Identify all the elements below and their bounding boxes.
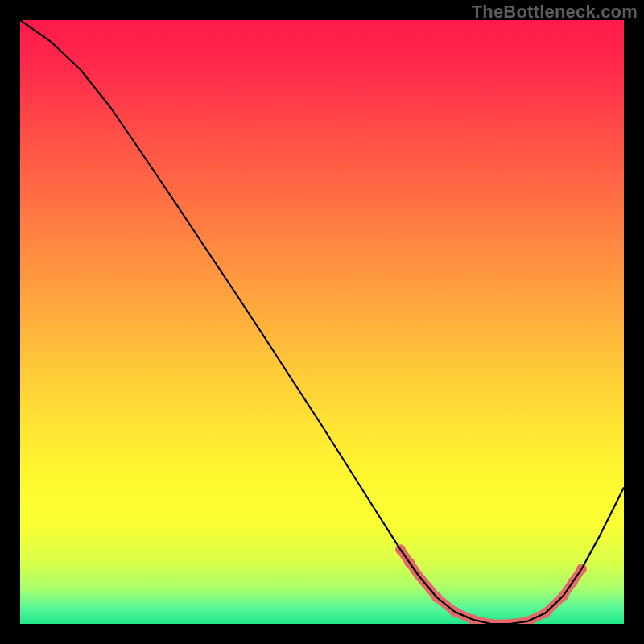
gradient-bg xyxy=(20,20,624,624)
bottleneck-chart xyxy=(20,20,624,624)
watermark-label: TheBottleneck.com xyxy=(472,2,638,23)
chart-frame: TheBottleneck.com xyxy=(0,0,644,644)
